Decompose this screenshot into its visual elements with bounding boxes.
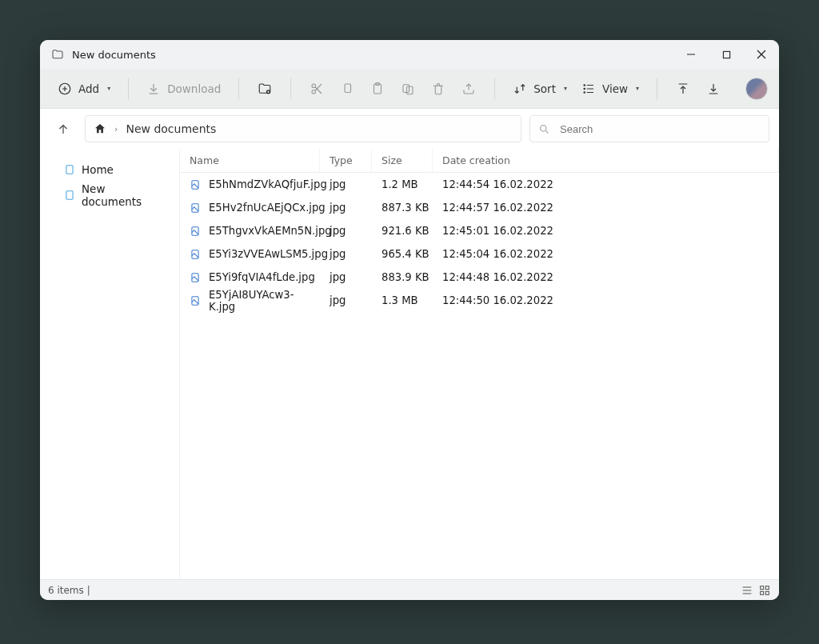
search-input[interactable] — [558, 122, 761, 136]
clipboard-icon — [401, 82, 415, 96]
file-name: E5YjAI8UYAcw3-K.jpg — [209, 289, 320, 313]
svg-line-15 — [315, 86, 322, 93]
chevron-right-icon: › — [114, 124, 118, 134]
minimize-button[interactable] — [673, 40, 709, 69]
file-row[interactable]: E5hNmdZVkAQfjuF.jpgjpg1.2 MB12:44:54 16.… — [180, 173, 779, 196]
scissors-icon — [310, 82, 324, 96]
file-name: E5Yi3zVVEAwLSM5.jpg — [209, 248, 328, 260]
delete-button[interactable] — [424, 74, 453, 103]
file-row[interactable]: E5Yi3zVVEAwLSM5.jpgjpg965.4 KB12:45:04 1… — [180, 242, 779, 266]
svg-point-24 — [584, 84, 585, 86]
search-icon — [538, 123, 550, 135]
view-button[interactable]: View ▾ — [575, 74, 645, 103]
file-list: E5hNmdZVkAQfjuF.jpgjpg1.2 MB12:44:54 16.… — [180, 173, 779, 579]
cut-button[interactable] — [302, 74, 331, 103]
file-name: E5ThgvxVkAEMn5N.jpg — [209, 225, 332, 237]
svg-line-14 — [315, 84, 322, 90]
sidebar-item-label: Home — [82, 163, 114, 176]
col-size[interactable]: Size — [372, 149, 433, 172]
upload-icon — [676, 82, 690, 96]
share-button[interactable] — [454, 74, 483, 103]
image-file-icon — [190, 272, 201, 283]
breadcrumb-current: New documents — [126, 122, 216, 135]
upload-button[interactable] — [669, 74, 697, 103]
svg-rect-19 — [403, 84, 410, 92]
toolbar: Add ▾ Download — [40, 69, 779, 109]
file-type: jpg — [330, 271, 346, 283]
svg-rect-1 — [723, 51, 729, 58]
new-folder-button[interactable] — [250, 74, 279, 103]
svg-point-12 — [312, 90, 316, 94]
file-type: jpg — [330, 294, 346, 306]
sidebar-item-label: New documents — [82, 182, 166, 208]
details-view-icon[interactable] — [741, 584, 753, 597]
sort-label: Sort — [533, 82, 556, 95]
sidebar-item-home[interactable]: Home — [48, 160, 171, 179]
download-icon — [146, 82, 161, 96]
image-file-icon — [190, 295, 201, 306]
col-name[interactable]: Name — [180, 149, 320, 172]
file-size: 921.6 KB — [382, 225, 429, 237]
sort-button[interactable]: Sort ▾ — [506, 74, 573, 103]
file-explorer-window: New documents Add ▾ — [40, 40, 779, 600]
new-folder-icon — [258, 82, 272, 96]
plus-icon — [58, 82, 72, 96]
file-size: 1.3 MB — [382, 294, 418, 306]
download-all-button[interactable] — [699, 74, 728, 103]
download-arrow-icon — [706, 82, 721, 96]
column-headers: Name Type Size Date creation — [180, 149, 779, 173]
sort-icon — [513, 82, 527, 96]
paste-special-button[interactable] — [394, 74, 422, 103]
breadcrumb[interactable]: › New documents — [85, 115, 521, 142]
file-row[interactable]: E5ThgvxVkAEMn5N.jpgjpg921.6 KB12:45:01 1… — [180, 219, 779, 242]
window-title: New documents — [72, 49, 156, 61]
search-box[interactable] — [529, 115, 769, 142]
image-file-icon — [190, 179, 201, 190]
svg-rect-45 — [761, 586, 764, 589]
file-date: 12:44:54 16.02.2022 — [442, 178, 553, 190]
status-items-count: 6 items | — [48, 585, 90, 596]
file-row[interactable]: E5Hv2fnUcAEjQCx.jpgjpg887.3 KB12:44:57 1… — [180, 196, 779, 219]
file-size: 883.9 KB — [382, 271, 429, 283]
sidebar-item-new-documents[interactable]: New documents — [48, 179, 171, 211]
close-button[interactable] — [744, 40, 779, 69]
file-date: 12:44:57 16.02.2022 — [442, 202, 553, 214]
svg-point-32 — [541, 125, 547, 131]
image-file-icon — [190, 202, 201, 214]
file-size: 887.3 KB — [382, 202, 429, 214]
svg-rect-20 — [407, 86, 413, 94]
add-button[interactable]: Add ▾ — [51, 74, 117, 103]
paste-button[interactable] — [363, 74, 392, 103]
file-date: 12:45:04 16.02.2022 — [442, 248, 553, 260]
copy-button[interactable] — [333, 74, 362, 103]
file-type: jpg — [330, 225, 346, 237]
avatar[interactable] — [745, 78, 768, 100]
up-button[interactable] — [50, 115, 77, 142]
download-button[interactable]: Download — [140, 74, 227, 103]
col-type[interactable]: Type — [320, 149, 372, 172]
svg-rect-34 — [66, 166, 73, 174]
share-icon — [461, 82, 476, 96]
file-row[interactable]: E5YjAI8UYAcw3-K.jpgjpg1.3 MB12:44:50 16.… — [180, 289, 779, 312]
status-bar: 6 items | — [40, 579, 779, 600]
folder-outline-icon — [64, 164, 75, 175]
content: Name Type Size Date creation E5hNmdZVkAQ… — [180, 149, 779, 579]
file-date: 12:44:48 16.02.2022 — [442, 271, 553, 283]
chevron-down-icon: ▾ — [636, 85, 639, 92]
copy-icon — [340, 82, 354, 96]
file-size: 965.4 KB — [382, 248, 429, 260]
svg-rect-47 — [761, 591, 764, 594]
file-row[interactable]: E5Yi9fqVIA4fLde.jpgjpg883.9 KB12:44:48 1… — [180, 266, 779, 289]
col-date[interactable]: Date creation — [433, 149, 779, 172]
folder-icon — [51, 48, 64, 61]
chevron-down-icon: ▾ — [107, 85, 110, 92]
folder-outline-icon — [64, 190, 75, 201]
download-label: Download — [167, 82, 221, 95]
maximize-button[interactable] — [709, 40, 744, 69]
file-size: 1.2 MB — [382, 178, 418, 190]
list-icon — [581, 82, 596, 96]
grid-view-icon[interactable] — [758, 584, 771, 597]
image-file-icon — [190, 226, 201, 237]
file-name: E5hNmdZVkAQfjuF.jpg — [209, 178, 327, 190]
trash-icon — [431, 82, 445, 96]
